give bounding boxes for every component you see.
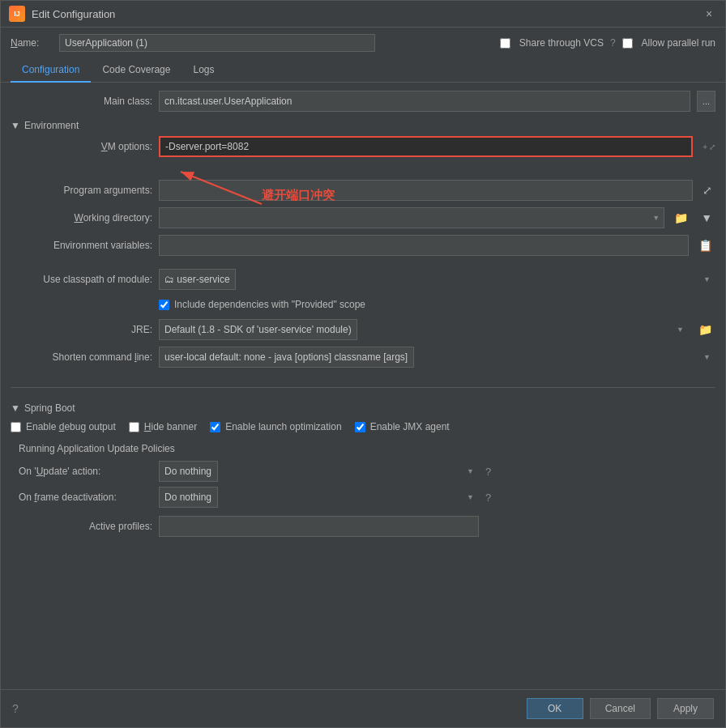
shorten-cmd-label: Shorten command line:: [11, 351, 152, 363]
enable-launch-checkbox[interactable]: [210, 422, 220, 432]
bottom-bar: ? OK Cancel Apply: [1, 689, 725, 727]
update-action-help-icon[interactable]: ?: [485, 466, 491, 478]
env-vars-input[interactable]: [159, 235, 689, 256]
name-input[interactable]: [59, 34, 375, 52]
close-button[interactable]: ×: [701, 6, 717, 22]
vm-options-label: VM options:: [11, 141, 152, 152]
classpath-select[interactable]: 🗂 user-service: [159, 269, 236, 290]
enable-jmx-label: Enable JMX agent: [370, 421, 450, 432]
enable-launch-row: Enable launch optimization: [210, 421, 341, 432]
enable-debug-label: Enable debug output: [26, 421, 116, 432]
vm-expand-icon[interactable]: ⤢: [709, 143, 715, 151]
enable-debug-checkbox[interactable]: [11, 422, 21, 432]
hide-banner-row: Hide banner: [129, 421, 197, 432]
main-class-browse-button[interactable]: ...: [697, 91, 715, 112]
shorten-cmd-row: Shorten command line: user-local default…: [11, 347, 715, 368]
active-profiles-input[interactable]: [159, 516, 479, 537]
include-deps-row: Include dependencies with "Provided" sco…: [11, 296, 715, 313]
annotation-area: 避开端口冲突: [164, 164, 715, 204]
hide-banner-checkbox[interactable]: [129, 422, 139, 432]
help-button[interactable]: ?: [12, 702, 19, 715]
tabs: Configuration Code Coverage Logs: [1, 58, 725, 83]
update-action-row: On 'Update' action: Do nothing ?: [19, 461, 715, 482]
share-through-vcs-checkbox[interactable]: [500, 38, 510, 49]
hide-banner-label: Hide banner: [144, 421, 197, 432]
environment-collapse-arrow[interactable]: ▼: [11, 120, 20, 131]
classpath-select-wrapper: 🗂 user-service: [159, 269, 715, 290]
spring-boot-collapse-arrow[interactable]: ▼: [11, 402, 20, 414]
working-dir-row: Working directory: 📁 ▼: [11, 207, 715, 228]
dialog-title: Edit Configuration: [32, 8, 701, 20]
allow-parallel-label: Allow parallel run: [642, 37, 715, 49]
tab-configuration[interactable]: Configuration: [11, 58, 91, 83]
tab-logs[interactable]: Logs: [182, 58, 225, 83]
vm-options-input[interactable]: [159, 136, 693, 157]
frame-deactivation-select[interactable]: Do nothing: [159, 487, 218, 508]
update-action-select[interactable]: Do nothing: [159, 461, 218, 482]
env-vars-row: Environment variables: 📋: [11, 235, 715, 256]
environment-section-header: ▼ Environment: [11, 120, 715, 131]
frame-deactivation-select-wrapper: Do nothing: [159, 487, 479, 508]
working-dir-expand-button[interactable]: ▼: [698, 210, 715, 226]
update-action-select-wrapper: Do nothing: [159, 461, 479, 482]
spring-boot-section: ▼ Spring Boot Enable debug output Hide b…: [11, 387, 715, 537]
frame-deactivation-row: On frame deactivation: Do nothing ?: [19, 487, 715, 508]
content-area: Main class: ... ▼ Environment VM options…: [1, 83, 725, 689]
enable-debug-row: Enable debug output: [11, 421, 116, 432]
svg-line-1: [181, 172, 262, 204]
spring-boot-label: Spring Boot: [24, 402, 75, 414]
env-vars-label: Environment variables:: [11, 240, 152, 251]
shorten-cmd-select-wrapper: user-local default: none - java [options…: [159, 347, 715, 368]
include-deps-label: Include dependencies with "Provided" sco…: [174, 299, 365, 310]
action-buttons: OK Cancel Apply: [527, 698, 714, 719]
vm-options-row: VM options: + ⤢: [11, 136, 715, 157]
spring-options-row: Enable debug output Hide banner Enable l…: [11, 419, 715, 435]
jre-folder-button[interactable]: 📁: [695, 321, 715, 338]
update-action-label: On 'Update' action:: [19, 466, 152, 477]
enable-jmx-row: Enable JMX agent: [355, 421, 450, 432]
spring-boot-header: ▼ Spring Boot: [11, 402, 715, 414]
include-deps-checkbox-row: Include dependencies with "Provided" sco…: [159, 299, 365, 310]
title-bar: IJ Edit Configuration ×: [1, 1, 725, 28]
active-profiles-row: Active profiles:: [11, 516, 715, 537]
include-deps-checkbox[interactable]: [159, 300, 169, 310]
working-dir-folder-button[interactable]: 📁: [671, 210, 691, 226]
shorten-cmd-select[interactable]: user-local default: none - java [options…: [159, 347, 414, 368]
vm-options-expand-icons: + ⤢: [703, 143, 715, 151]
name-label: Name:: [11, 37, 51, 49]
active-profiles-label: Active profiles:: [11, 521, 152, 532]
allow-parallel-checkbox[interactable]: [622, 38, 633, 49]
annotation-text: 避开端口冲突: [262, 188, 335, 203]
enable-jmx-checkbox[interactable]: [355, 422, 365, 432]
classpath-label: Use classpath of module:: [11, 274, 152, 285]
working-dir-label: Working directory:: [11, 212, 152, 224]
vm-add-icon[interactable]: +: [703, 143, 707, 151]
main-class-input[interactable]: [159, 91, 690, 112]
vm-options-container: [159, 136, 693, 157]
working-dir-input[interactable]: [159, 207, 664, 228]
frame-deactivation-label: On frame deactivation:: [19, 492, 152, 503]
apply-button[interactable]: Apply: [657, 698, 714, 719]
jre-select[interactable]: Default (1.8 - SDK of 'user-service' mod…: [159, 319, 357, 340]
top-checkboxes: Share through VCS ? Allow parallel run: [500, 37, 715, 49]
main-class-label: Main class:: [11, 96, 152, 107]
jre-row: JRE: Default (1.8 - SDK of 'user-service…: [11, 319, 715, 340]
environment-label: Environment: [24, 120, 79, 131]
frame-deactivation-help-icon[interactable]: ?: [485, 492, 491, 504]
env-vars-edit-button[interactable]: 📋: [695, 237, 715, 253]
main-class-row: Main class: ...: [11, 91, 715, 112]
working-dir-wrapper: [159, 207, 664, 228]
ok-button[interactable]: OK: [527, 698, 583, 719]
enable-launch-label: Enable launch optimization: [225, 421, 341, 432]
policies-section: Running Application Update Policies On '…: [19, 443, 715, 508]
program-args-label: Program arguments:: [11, 185, 152, 196]
edit-configuration-dialog: IJ Edit Configuration × Name: Share thro…: [0, 0, 726, 728]
policies-title: Running Application Update Policies: [19, 443, 715, 454]
name-row: Name: Share through VCS ? Allow parallel…: [1, 28, 725, 58]
jre-label: JRE:: [11, 324, 152, 335]
cancel-button[interactable]: Cancel: [590, 698, 651, 719]
vcs-help-icon: ?: [610, 37, 616, 49]
tab-code-coverage[interactable]: Code Coverage: [91, 58, 182, 83]
jre-select-wrapper: Default (1.8 - SDK of 'user-service' mod…: [159, 319, 689, 340]
share-through-vcs-label: Share through VCS: [519, 37, 604, 49]
